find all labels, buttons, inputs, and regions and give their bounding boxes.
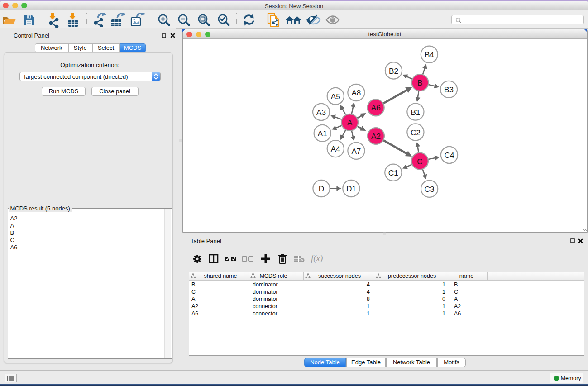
svg-text:C3: C3 [424,185,434,194]
svg-text:D: D [318,184,324,193]
svg-text:C4: C4 [444,151,454,160]
svg-text:C2: C2 [410,128,420,137]
svg-text:C1: C1 [388,168,398,177]
svg-text:B: B [417,78,422,87]
svg-text:B4: B4 [424,50,434,59]
svg-text:B1: B1 [411,108,420,117]
svg-text:A2: A2 [371,132,380,141]
svg-text:A4: A4 [330,144,340,153]
svg-text:C: C [417,157,422,166]
svg-text:B2: B2 [388,67,398,76]
svg-text:A7: A7 [351,147,361,156]
svg-text:A3: A3 [316,108,326,117]
svg-text:A6: A6 [371,103,380,112]
svg-text:A: A [347,118,352,127]
svg-text:A5: A5 [330,92,340,101]
svg-text:B3: B3 [444,85,453,94]
svg-text:A1: A1 [317,129,327,138]
svg-text:D1: D1 [346,184,356,193]
svg-text:A8: A8 [351,88,361,97]
